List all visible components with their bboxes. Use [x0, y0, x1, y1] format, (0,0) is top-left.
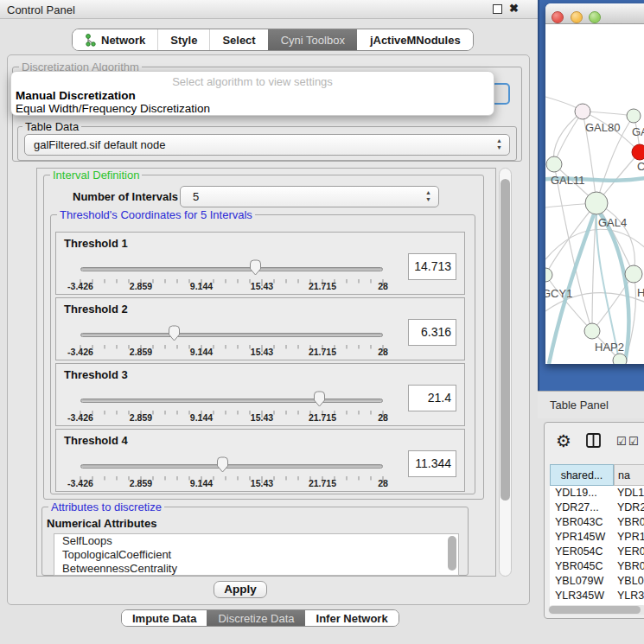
network-canvas[interactable]: GAL80GACGAL11GAL4GCY1HHAP2 — [545, 24, 644, 364]
table-cell[interactable]: YLR3 — [614, 589, 644, 603]
mac-zoom-icon[interactable] — [589, 11, 601, 23]
network-node-label: GAL80 — [585, 121, 620, 134]
checkbox-icon-1[interactable]: ☑ — [616, 435, 627, 448]
table-cell[interactable]: YBR0 — [614, 559, 644, 574]
table-row[interactable]: YDR27...YDR2 — [550, 501, 644, 515]
numerical-attributes-label: Numerical Attributes — [47, 517, 156, 530]
tick-label: 2.859 — [119, 478, 163, 488]
table-row[interactable]: YBR043CYBR0 — [550, 515, 644, 530]
tab-label: jActiveMNodules — [370, 34, 461, 47]
threshold-value-field[interactable]: 6.316 — [408, 319, 456, 346]
table-cell[interactable]: YDL19... — [550, 486, 614, 501]
threshold-value-field[interactable]: 21.4 — [408, 385, 456, 411]
threshold-box-2: Threshold 2-3.4262.8599.14415.4321.71528… — [55, 297, 465, 360]
mac-close-icon[interactable] — [552, 11, 564, 23]
table-panel: ⚙ ☑ ☑ shared... na YDL19...YDL1YDR27...Y… — [544, 422, 644, 619]
attribute-item-betweennesscentrality[interactable]: BetweennessCentrality — [54, 562, 458, 576]
settings-scrollbar-thumb[interactable] — [501, 179, 510, 501]
table-row[interactable]: YBR045CYBR0 — [550, 559, 644, 574]
network-node-ga[interactable] — [627, 109, 641, 123]
tick-label: 21.715 — [301, 412, 344, 423]
table-row[interactable]: YER054CYER0 — [550, 545, 644, 559]
tick-label: 21.715 — [301, 281, 344, 291]
column-header-shared[interactable]: shared... — [550, 464, 614, 486]
threshold-slider-track[interactable] — [80, 399, 383, 403]
threshold-slider-thumb[interactable] — [313, 391, 326, 411]
tab-infer-network[interactable]: Infer Network — [305, 610, 399, 626]
tab-jactivemnodules[interactable]: jActiveMNodules — [357, 29, 473, 50]
checkbox-icon-2[interactable]: ☑ — [628, 435, 639, 448]
column-header-name[interactable]: na — [614, 464, 644, 486]
attributes-list-scrollbar[interactable] — [448, 536, 456, 571]
numerical-attributes-list[interactable]: SelfLoopsTopologicalCoefficientBetweenne… — [54, 533, 459, 576]
table-row[interactable]: YDL19...YDL1 — [550, 486, 644, 501]
tab-label: Discretize Data — [218, 612, 294, 625]
table-hscrollbar-thumb[interactable] — [549, 606, 641, 614]
table-cell[interactable]: YDR27... — [550, 501, 614, 515]
network-window-titlebar[interactable] — [545, 3, 644, 24]
network-node-gal11[interactable] — [546, 156, 562, 172]
attribute-item-selfloops[interactable]: SelfLoops — [54, 534, 458, 548]
table-cell[interactable]: YBR043C — [550, 515, 614, 530]
tab-discretize-data[interactable]: Discretize Data — [207, 610, 304, 626]
table-cell[interactable]: YPR145W — [550, 530, 614, 545]
table-row[interactable]: YBL079WYBL0 — [550, 574, 644, 589]
table-cell[interactable]: YER0 — [614, 545, 644, 559]
threshold-slider-track[interactable] — [80, 267, 383, 271]
table-row[interactable]: YLR345WYLR3 — [550, 589, 644, 603]
mac-minimize-icon[interactable] — [571, 11, 583, 23]
network-node-label: GA — [632, 125, 644, 138]
table-cell[interactable]: YBR0 — [614, 515, 644, 530]
columns-icon[interactable] — [586, 433, 601, 451]
tab-impute-data[interactable]: Impute Data — [122, 610, 207, 626]
table-cell[interactable]: YBR045C — [550, 559, 614, 574]
table-cell[interactable]: YDR2 — [614, 501, 644, 515]
table-cell[interactable]: YBL079W — [550, 574, 614, 589]
popup-option-manual-discretization[interactable]: Manual Discretization — [14, 89, 136, 102]
tab-label: Infer Network — [316, 612, 388, 625]
table-rows: YDL19...YDL1YDR27...YDR2YBR043CYBR0YPR14… — [550, 486, 644, 607]
threshold-slider-track[interactable] — [80, 464, 383, 469]
tab-cyni-toolbox[interactable]: Cyni Toolbox — [268, 29, 357, 50]
apply-button[interactable]: Apply — [214, 581, 267, 598]
number-of-intervals-spinner[interactable]: 5 ▲▼ — [180, 186, 439, 207]
network-node-gal80[interactable] — [575, 104, 590, 119]
attribute-item-topologicalcoefficient[interactable]: TopologicalCoefficient — [54, 548, 458, 562]
network-node-hap2[interactable] — [584, 323, 600, 339]
table-cell[interactable]: YLR345W — [550, 589, 614, 603]
tick-label: 21.715 — [301, 347, 344, 357]
table-cell[interactable]: YDL1 — [614, 486, 644, 501]
threshold-slider-track[interactable] — [80, 333, 383, 337]
table-row[interactable]: YPR145WYPR1 — [550, 530, 644, 545]
table-cell[interactable]: YER054C — [550, 545, 614, 559]
float-window-icon[interactable] — [493, 4, 502, 14]
close-icon[interactable]: ✖ — [509, 2, 519, 15]
tab-network[interactable]: Network — [73, 29, 157, 50]
network-node-c[interactable] — [632, 144, 644, 160]
tick-label: 15.43 — [240, 347, 284, 357]
network-edge — [545, 203, 596, 275]
table-cell[interactable]: YPR1 — [614, 530, 644, 545]
table-data-value: galFiltered.sif default node — [34, 138, 165, 151]
network-node-h[interactable] — [625, 265, 642, 283]
table-cell[interactable]: YBL0 — [614, 574, 644, 589]
table-data-combobox[interactable]: galFiltered.sif default node ▲▼ — [24, 134, 510, 156]
gear-icon[interactable]: ⚙ — [556, 430, 571, 451]
network-node-label: H — [637, 286, 644, 299]
threshold-slider-thumb[interactable] — [249, 259, 262, 279]
network-node[interactable] — [613, 354, 627, 364]
threshold-value-field[interactable]: 11.344 — [408, 450, 456, 477]
network-node-gcy1[interactable] — [545, 268, 552, 282]
threshold-slider-thumb[interactable] — [168, 325, 181, 345]
tab-select[interactable]: Select — [209, 29, 267, 50]
combo-arrows-icon: ▲▼ — [496, 137, 502, 151]
tick-label: 15.43 — [240, 478, 284, 488]
popup-option-equal-width-frequency[interactable]: Equal Width/Frequency Discretization — [14, 102, 210, 115]
tick-label: 2.859 — [119, 412, 163, 423]
threshold-value-field[interactable]: 14.713 — [408, 253, 456, 280]
tick-label: -3.426 — [59, 281, 102, 291]
threshold-slider-thumb[interactable] — [216, 456, 229, 476]
tick-label: 9.144 — [180, 478, 223, 488]
tab-style[interactable]: Style — [157, 29, 209, 50]
network-node-gal4[interactable] — [585, 192, 608, 214]
